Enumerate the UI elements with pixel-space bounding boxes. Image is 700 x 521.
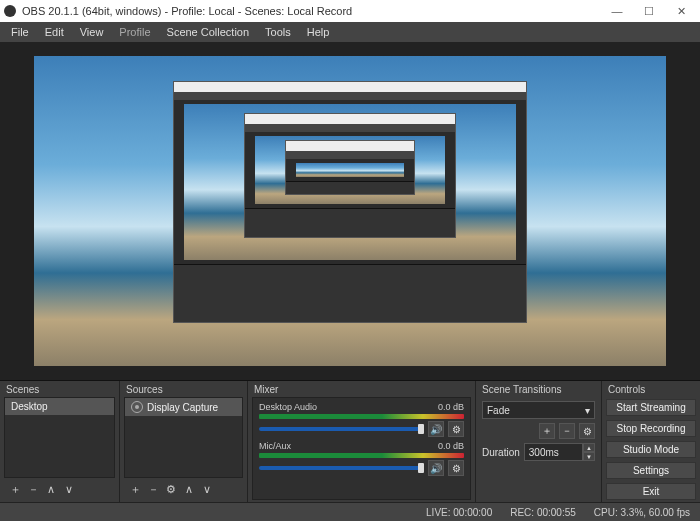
menu-view[interactable]: View (73, 24, 111, 40)
mixer-channel-name: Mic/Aux (259, 441, 291, 451)
app-icon (4, 5, 16, 17)
statusbar: LIVE: 00:00:00 REC: 00:00:55 CPU: 3.3%, … (0, 502, 700, 521)
sources-tools: ＋ － ⚙ ∧ ∨ (124, 480, 243, 498)
level-meter (259, 414, 464, 419)
mixer-body: Desktop Audio 0.0 dB 🔊 ⚙ Mic/Aux 0.0 dB (252, 397, 471, 500)
preview-area (0, 42, 700, 380)
mixer-channel-db: 0.0 dB (438, 441, 464, 451)
chevron-down-icon: ▾ (585, 405, 590, 416)
window-title: OBS 20.1.1 (64bit, windows) - Profile: L… (22, 5, 602, 17)
menu-profile[interactable]: Profile (112, 24, 157, 40)
close-button[interactable]: ✕ (666, 2, 696, 20)
scenes-tools: ＋ － ∧ ∨ (4, 480, 115, 498)
transitions-body: Fade ▾ ＋ － ⚙ Duration 300ms ▲ ▼ (476, 397, 601, 465)
scenes-panel: Scenes Desktop ＋ － ∧ ∨ (0, 381, 120, 502)
status-cpu: CPU: 3.3%, 60.00 fps (594, 507, 690, 518)
menu-help[interactable]: Help (300, 24, 337, 40)
transition-selected: Fade (487, 405, 510, 416)
level-meter (259, 453, 464, 458)
source-settings-button[interactable]: ⚙ (164, 482, 178, 496)
volume-slider[interactable] (259, 427, 424, 431)
mixer-channel-db: 0.0 dB (438, 402, 464, 412)
menubar: File Edit View Profile Scene Collection … (0, 22, 700, 42)
visibility-icon[interactable] (131, 401, 143, 413)
mixer-panel: Mixer Desktop Audio 0.0 dB 🔊 ⚙ (248, 381, 476, 502)
menu-scene-collection[interactable]: Scene Collection (160, 24, 257, 40)
add-scene-button[interactable]: ＋ (8, 482, 22, 496)
settings-button[interactable]: Settings (606, 462, 696, 479)
exit-button[interactable]: Exit (606, 483, 696, 500)
start-streaming-button[interactable]: Start Streaming (606, 399, 696, 416)
sources-header: Sources (120, 381, 247, 397)
add-transition-button[interactable]: ＋ (539, 423, 555, 439)
controls-panel: Controls Start Streaming Stop Recording … (602, 381, 700, 502)
mixer-channel: Mic/Aux 0.0 dB 🔊 ⚙ (253, 439, 470, 478)
menu-edit[interactable]: Edit (38, 24, 71, 40)
menu-tools[interactable]: Tools (258, 24, 298, 40)
app-window: OBS 20.1.1 (64bit, windows) - Profile: L… (0, 0, 700, 521)
recursive-preview (173, 81, 527, 323)
source-item-label: Display Capture (147, 402, 218, 413)
studio-mode-button[interactable]: Studio Mode (606, 441, 696, 458)
mixer-channel-name: Desktop Audio (259, 402, 317, 412)
mixer-header: Mixer (248, 381, 475, 397)
transitions-header: Scene Transitions (476, 381, 601, 397)
transition-settings-button[interactable]: ⚙ (579, 423, 595, 439)
channel-settings-button[interactable]: ⚙ (448, 460, 464, 476)
status-rec: REC: 00:00:55 (510, 507, 576, 518)
scene-up-button[interactable]: ∧ (44, 482, 58, 496)
duration-input[interactable]: 300ms (524, 443, 583, 461)
scene-down-button[interactable]: ∨ (62, 482, 76, 496)
remove-scene-button[interactable]: － (26, 482, 40, 496)
stop-recording-button[interactable]: Stop Recording (606, 420, 696, 437)
volume-slider[interactable] (259, 466, 424, 470)
mixer-channel: Desktop Audio 0.0 dB 🔊 ⚙ (253, 400, 470, 439)
transitions-panel: Scene Transitions Fade ▾ ＋ － ⚙ Duration … (476, 381, 602, 502)
sources-panel: Sources Display Capture ＋ － ⚙ ∧ ∨ (120, 381, 248, 502)
source-up-button[interactable]: ∧ (182, 482, 196, 496)
remove-source-button[interactable]: － (146, 482, 160, 496)
scene-item[interactable]: Desktop (5, 398, 114, 415)
scenes-list[interactable]: Desktop (4, 397, 115, 478)
minimize-button[interactable]: — (602, 2, 632, 20)
duration-label: Duration (482, 447, 520, 458)
channel-settings-button[interactable]: ⚙ (448, 421, 464, 437)
titlebar: OBS 20.1.1 (64bit, windows) - Profile: L… (0, 0, 700, 22)
status-live: LIVE: 00:00:00 (426, 507, 492, 518)
maximize-button[interactable]: ☐ (634, 2, 664, 20)
duration-down[interactable]: ▼ (583, 452, 595, 461)
mute-button[interactable]: 🔊 (428, 421, 444, 437)
controls-header: Controls (602, 381, 700, 397)
menu-file[interactable]: File (4, 24, 36, 40)
source-down-button[interactable]: ∨ (200, 482, 214, 496)
scenes-header: Scenes (0, 381, 119, 397)
source-item[interactable]: Display Capture (125, 398, 242, 416)
sources-list[interactable]: Display Capture (124, 397, 243, 478)
transition-select[interactable]: Fade ▾ (482, 401, 595, 419)
duration-up[interactable]: ▲ (583, 443, 595, 452)
add-source-button[interactable]: ＋ (128, 482, 142, 496)
preview-canvas[interactable] (34, 56, 666, 366)
remove-transition-button[interactable]: － (559, 423, 575, 439)
mute-button[interactable]: 🔊 (428, 460, 444, 476)
bottom-panels: Scenes Desktop ＋ － ∧ ∨ Sources Display C… (0, 380, 700, 502)
